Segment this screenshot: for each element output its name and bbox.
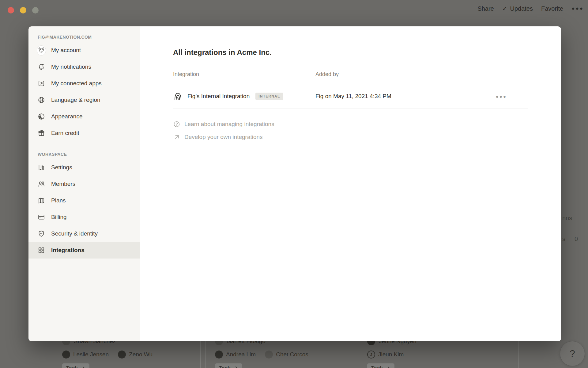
globe-icon (37, 96, 46, 104)
check-icon: ✓ (502, 5, 507, 12)
map-icon (37, 196, 46, 205)
sidebar-item-settings[interactable]: Settings (28, 159, 140, 176)
hammer-icon (385, 366, 391, 368)
sidebar-item-label: My notifications (51, 63, 91, 70)
sidebar-item-my-account[interactable]: My account (28, 42, 140, 59)
question-mark-icon: ? (570, 348, 575, 359)
column-header-integration: Integration (173, 71, 315, 78)
zoom-button[interactable] (32, 7, 39, 13)
sidebar-item-label: My account (51, 47, 81, 54)
sidebar-item-label: Plans (51, 197, 66, 204)
gift-icon (37, 129, 46, 137)
updates-label: Updates (510, 5, 533, 12)
avatar (367, 341, 375, 345)
avatar-initial: J (367, 351, 375, 358)
member-name: Jenne Nguyen (379, 341, 417, 345)
sidebar-item-members[interactable]: Members (28, 176, 140, 192)
table-header-row: Integration Added by (173, 65, 528, 84)
help-circle-icon (173, 121, 180, 128)
added-by-value: Fig on May 11, 2021 4:34 PM (315, 93, 391, 100)
task-label: Task (371, 365, 383, 368)
credit-card-icon (37, 213, 46, 221)
sidebar-item-billing[interactable]: Billing (28, 209, 140, 225)
row-more-icon[interactable]: ●●● (496, 94, 528, 99)
avatar (62, 341, 70, 345)
cut-text-fragment: s (562, 236, 565, 243)
member-name: Leslie Jensen (73, 351, 109, 358)
more-icon[interactable]: ●●● (571, 6, 584, 12)
sidebar-item-plans[interactable]: Plans (28, 192, 140, 209)
board-card: Garrett Fidalgo Andrea Lim Chet Corcos T… (205, 341, 348, 368)
favorite-button[interactable]: Favorite (541, 5, 563, 12)
integration-name: Fig's Internal Integration (187, 93, 250, 100)
sidebar-item-label: Integrations (51, 247, 85, 254)
board-card: Shawn Sanchez Leslie Jensen Zeno Wu Task (53, 341, 201, 368)
background-board: Shawn Sanchez Leslie Jensen Zeno Wu Task… (0, 341, 588, 368)
sidebar-item-label: Language & region (51, 97, 100, 103)
count-value: 0 (575, 236, 578, 243)
member-name: Garrett Fidalgo (227, 341, 266, 345)
favorite-label: Favorite (541, 5, 563, 12)
member-name: Jieun Kim (378, 351, 404, 358)
titlebar-actions: Share ✓ Updates Favorite ●●● (477, 0, 584, 17)
task-label: Task (66, 365, 78, 368)
task-chip: Task (215, 363, 242, 368)
sidebar-item-integrations[interactable]: Integrations (28, 242, 140, 259)
link-label: Develop your own integrations (184, 134, 263, 140)
building-icon (37, 163, 46, 172)
sidebar-item-security-identity[interactable]: Security & identity (28, 225, 140, 242)
board-member-row: Garrett Fidalgo (215, 341, 266, 345)
page-title: All integrations in Acme Inc. (173, 47, 561, 58)
task-chip: Task (367, 363, 394, 368)
avatar (265, 351, 273, 358)
link-label: Learn about managing integrations (184, 121, 274, 128)
arrow-up-right-square-icon (37, 79, 46, 88)
task-chip: Task (62, 363, 89, 368)
shield-check-icon (37, 229, 46, 238)
sidebar-item-label: Billing (51, 214, 67, 220)
sidebar-item-my-notifications[interactable]: My notifications (28, 59, 140, 75)
sidebar-item-appearance[interactable]: Appearance (28, 108, 140, 125)
avatar (62, 351, 70, 358)
integration-cell: Fig's Internal Integration INTERNAL (173, 91, 315, 101)
arrow-up-right-icon (173, 133, 180, 141)
sidebar-item-language-region[interactable]: Language & region (28, 92, 140, 108)
board-member-row: Shawn Sanchez (62, 341, 116, 345)
avatar (215, 351, 223, 358)
footer-links: Learn about managing integrations Develo… (173, 118, 561, 144)
task-label: Task (219, 365, 231, 368)
sidebar-item-label: My connected apps (51, 80, 102, 87)
settings-sidebar: FIG@MAKENOTION.COM My account (28, 26, 140, 341)
column-header-added-by: Added by (315, 71, 339, 78)
window-titlebar: Share ✓ Updates Favorite ●●● (0, 0, 588, 17)
sidebar-item-my-connected-apps[interactable]: My connected apps (28, 75, 140, 92)
share-button[interactable]: Share (477, 5, 494, 12)
sidebar-item-earn-credit[interactable]: Earn credit (28, 125, 140, 141)
board-member-row: Andrea Lim Chet Corcos (215, 351, 314, 358)
sidebar-item-label: Earn credit (51, 130, 79, 136)
integrations-table: Integration Added by Fig's Internal Inte… (173, 65, 528, 109)
people-icon (37, 180, 46, 188)
hammer-icon (80, 366, 86, 368)
member-name: Zeno Wu (129, 351, 153, 358)
moon-circle-icon (37, 112, 46, 121)
learn-about-integrations-link[interactable]: Learn about managing integrations (173, 118, 561, 131)
board-member-row: Jenne Nguyen (367, 341, 417, 345)
cut-text-fragment: nns (562, 215, 572, 222)
minimize-button[interactable] (20, 7, 26, 13)
hammer-icon (233, 366, 239, 368)
help-button[interactable]: ? (560, 341, 585, 366)
share-label: Share (477, 5, 494, 12)
grid-squares-icon (37, 246, 46, 255)
account-email-header: FIG@MAKENOTION.COM (38, 35, 140, 40)
develop-integrations-link[interactable]: Develop your own integrations (173, 131, 561, 144)
bell-icon (37, 63, 46, 71)
sidebar-item-label: Members (51, 181, 75, 187)
sidebar-item-label: Security & identity (51, 230, 98, 237)
sidebar-item-label: Appearance (51, 113, 82, 120)
sidebar-item-label: Settings (51, 164, 72, 171)
updates-button[interactable]: ✓ Updates (502, 5, 533, 12)
close-button[interactable] (8, 7, 14, 13)
member-name: Chet Corcos (276, 351, 308, 358)
avatar (215, 341, 223, 345)
